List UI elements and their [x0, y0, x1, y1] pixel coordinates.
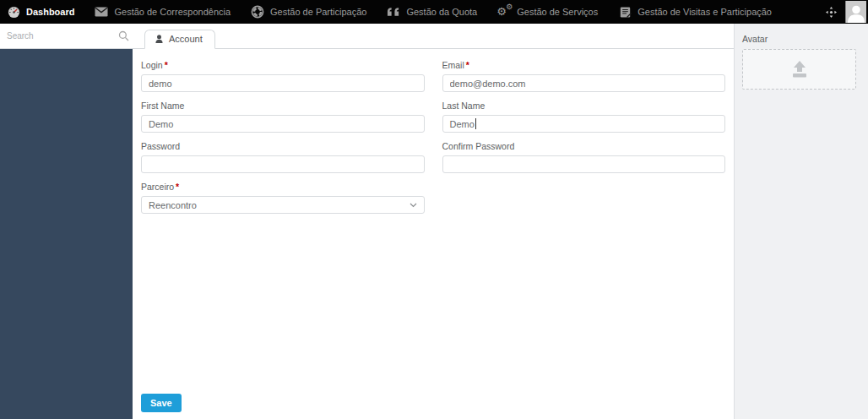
avatar-upload-dropzone[interactable]: [742, 49, 856, 90]
tab-account[interactable]: Account: [144, 30, 215, 49]
life-ring-icon: [251, 5, 264, 19]
field-login: Login*: [141, 60, 425, 92]
nav-label: Gestão de Visitas e Participação: [637, 7, 772, 17]
field-password: Password*: [141, 141, 425, 173]
chevron-down-icon: [410, 203, 417, 208]
sidebar: [0, 24, 133, 419]
email-input[interactable]: [442, 74, 726, 92]
nav-label: Gestão da Quota: [406, 7, 477, 17]
envelope-icon: [95, 5, 108, 19]
parceiro-select[interactable]: Reencontro: [141, 196, 425, 214]
avatar-label: Avatar: [742, 34, 856, 44]
gears-icon: ⚙⚙: [497, 5, 511, 19]
field-label: Login*: [141, 60, 425, 70]
user-avatar[interactable]: [845, 1, 866, 23]
main-content: Account Login* Email*: [133, 24, 734, 419]
sidebar-search: [0, 24, 133, 49]
account-form: Login* Email* First Name*: [133, 50, 734, 419]
field-label: Email*: [442, 60, 726, 70]
nav-item-dashboard[interactable]: Dashboard: [7, 5, 74, 19]
save-button[interactable]: Save: [141, 394, 182, 412]
field-label: Last Name*: [442, 101, 726, 111]
field-parceiro: Parceiro* Reencontro: [141, 182, 425, 214]
field-first-name: First Name*: [141, 101, 425, 133]
last-name-input[interactable]: Demo: [442, 115, 726, 133]
login-input[interactable]: [141, 74, 425, 92]
nav-item-gestao-visitas[interactable]: Gestão de Visitas e Participação: [618, 5, 772, 19]
nav-item-gestao-participacao[interactable]: Gestão de Participação: [251, 5, 366, 19]
nav-label: Gestão de Participação: [270, 7, 366, 17]
password-input[interactable]: [141, 155, 425, 173]
user-icon: [155, 35, 163, 43]
required-asterisk: *: [176, 182, 179, 192]
book-icon: [618, 5, 632, 19]
nav-item-gestao-quota[interactable]: Gestão da Quota: [387, 5, 477, 19]
required-asterisk: *: [165, 60, 168, 70]
field-label: Parceiro*: [141, 182, 425, 192]
field-label: Password*: [141, 141, 425, 151]
upload-icon: [789, 60, 811, 79]
required-asterisk: *: [466, 60, 469, 70]
nav-label: Gestão de Serviços: [517, 7, 598, 17]
search-icon[interactable]: [118, 30, 129, 41]
top-navigation-bar: Dashboard Gestão de Correspondência Gest…: [0, 0, 868, 24]
topbar-right-controls: [826, 1, 868, 23]
gauge-icon: [7, 5, 20, 19]
nav-label: Dashboard: [26, 7, 74, 17]
confirm-password-input[interactable]: [442, 155, 726, 173]
nav-item-gestao-servicos[interactable]: ⚙⚙ Gestão de Serviços: [497, 5, 598, 19]
tab-strip: Account: [133, 24, 734, 49]
nav-label: Gestão de Correspondência: [114, 7, 231, 17]
search-input[interactable]: [7, 31, 118, 41]
field-last-name: Last Name* Demo: [442, 101, 726, 133]
first-name-input[interactable]: [141, 115, 425, 133]
avatar-panel: Avatar: [734, 24, 868, 419]
field-confirm-password: Confirm Password*: [442, 141, 726, 173]
app-window: Dashboard Gestão de Correspondência Gest…: [0, 0, 868, 419]
tab-label: Account: [169, 34, 203, 44]
quote-icon: [387, 5, 400, 19]
expand-icon[interactable]: [826, 7, 837, 18]
field-label: Confirm Password*: [442, 141, 726, 151]
field-label: First Name*: [141, 101, 425, 111]
nav-item-gestao-correspondencia[interactable]: Gestão de Correspondência: [95, 5, 231, 19]
field-email: Email*: [442, 60, 726, 92]
text-caret: [475, 118, 476, 129]
